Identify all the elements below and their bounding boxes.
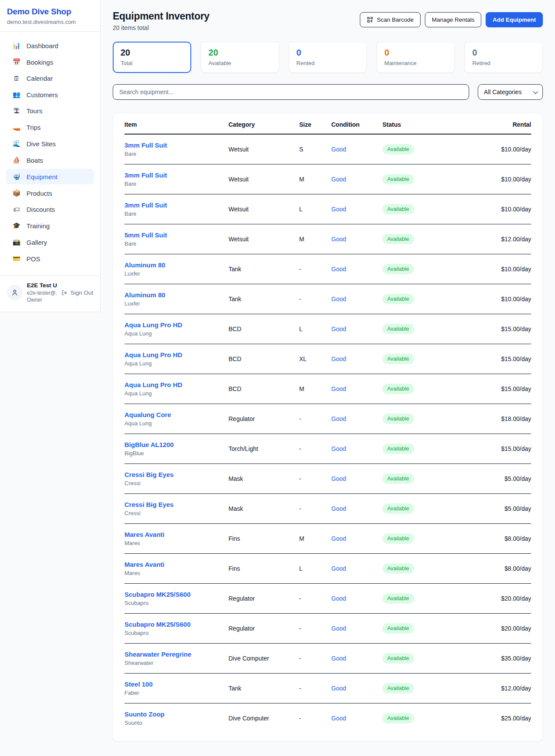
search-input[interactable] <box>113 84 469 100</box>
condition-link[interactable]: Good <box>331 475 346 482</box>
table-row: Shearwater Peregrine Shearwater Dive Com… <box>124 643 531 673</box>
condition-link[interactable]: Good <box>331 685 346 692</box>
condition-link[interactable]: Good <box>331 206 346 213</box>
stat-card-maintenance[interactable]: 0 Maintenance <box>376 42 455 73</box>
rental-price: $35.00/day <box>501 655 531 662</box>
item-name-link[interactable]: Shearwater Peregrine <box>124 651 229 658</box>
stat-card-available[interactable]: 20 Available <box>201 42 279 73</box>
sidebar-item-trips[interactable]: 🚤 Trips <box>6 119 94 135</box>
condition-link[interactable]: Good <box>331 505 346 512</box>
condition-link[interactable]: Good <box>331 715 346 722</box>
rental-price: $8.00/day <box>505 535 532 542</box>
item-name-link[interactable]: Scubapro MK25/S600 <box>124 621 229 628</box>
item-name-link[interactable]: 3mm Full Suit <box>124 201 229 209</box>
item-category: Tank <box>229 254 299 284</box>
item-name-link[interactable]: 3mm Full Suit <box>124 141 229 149</box>
stat-card-rented[interactable]: 0 Rented <box>289 42 367 73</box>
user-name: E2E Test U... <box>27 282 57 289</box>
sidebar-item-training[interactable]: 🎓 Training <box>6 218 94 233</box>
item-size: - <box>299 613 331 643</box>
sidebar-item-discounts[interactable]: 🏷 Discounts <box>6 202 94 217</box>
equipment-table: Item Category Size Condition Status Rent… <box>124 114 531 733</box>
sidebar-item-label: Tours <box>26 107 42 115</box>
stat-card-total[interactable]: 20 Total <box>113 42 191 73</box>
condition-link[interactable]: Good <box>331 535 346 542</box>
add-equipment-button[interactable]: Add Equipment <box>486 12 543 27</box>
sidebar-item-equipment[interactable]: 🤿 Equipment <box>6 169 94 184</box>
sidebar-item-label: Calendar <box>26 75 53 82</box>
sign-out-button[interactable]: Sign Out <box>61 289 93 296</box>
condition-link[interactable]: Good <box>331 655 346 662</box>
category-select-wrap: All Categories <box>478 84 543 100</box>
item-name-link[interactable]: Mares Avanti <box>124 561 229 568</box>
condition-link[interactable]: Good <box>331 565 346 572</box>
item-category: Tank <box>229 673 299 703</box>
item-name-link[interactable]: BigBlue AL1200 <box>124 441 229 448</box>
item-name-link[interactable]: Aluminum 80 <box>124 261 229 269</box>
item-name-link[interactable]: Scubapro MK25/S600 <box>124 591 229 598</box>
item-name-link[interactable]: Suunto Zoop <box>124 710 229 718</box>
col-header-category: Category <box>229 114 299 134</box>
item-name-link[interactable]: Steel 100 <box>124 680 229 688</box>
condition-link[interactable]: Good <box>331 236 346 243</box>
manage-rentals-button[interactable]: Manage Rentals <box>425 12 481 27</box>
condition-link[interactable]: Good <box>331 445 346 452</box>
stat-value: 0 <box>384 48 447 58</box>
status-badge: Available <box>382 444 414 454</box>
stat-card-retired[interactable]: 0 Retired <box>464 42 543 73</box>
item-name-link[interactable]: Aluminum 80 <box>124 291 229 299</box>
condition-link[interactable]: Good <box>331 355 346 362</box>
item-name-link[interactable]: Aqua Lung Pro HD <box>124 321 229 329</box>
rental-price: $10.00/day <box>501 206 531 213</box>
sidebar-item-boats[interactable]: ⛵ Boats <box>6 152 94 168</box>
table-row: Aqua Lung Pro HD Aqua Lung BCD XL Good A… <box>124 344 531 374</box>
category-select[interactable]: All Categories <box>478 84 543 100</box>
sidebar-item-dashboard[interactable]: 📊 Dashboard <box>6 38 94 53</box>
status-badge: Available <box>382 144 414 154</box>
sidebar-item-label: Gallery <box>26 239 47 246</box>
item-name-link[interactable]: Aqualung Core <box>124 411 229 418</box>
condition-link[interactable]: Good <box>331 266 346 273</box>
condition-link[interactable]: Good <box>331 296 346 302</box>
condition-link[interactable]: Good <box>331 595 346 602</box>
condition-link[interactable]: Good <box>331 325 346 332</box>
sidebar-item-calendar[interactable]: 🗓 Calendar <box>6 71 94 86</box>
item-name-link[interactable]: Aqua Lung Pro HD <box>124 381 229 388</box>
camera-icon: 📸 <box>12 238 21 246</box>
scan-barcode-button[interactable]: Scan Barcode <box>360 12 421 27</box>
item-category: Torch/Light <box>229 434 299 463</box>
package-icon: 📦 <box>12 189 21 197</box>
sidebar-item-bookings[interactable]: 📅 Bookings <box>6 54 94 70</box>
condition-link[interactable]: Good <box>331 415 346 422</box>
brand-name[interactable]: Demo Dive Shop <box>7 7 93 16</box>
person-icon <box>11 289 19 296</box>
item-name-link[interactable]: 3mm Full Suit <box>124 171 229 179</box>
item-name-link[interactable]: Mares Avanti <box>124 531 229 538</box>
sidebar-item-pos[interactable]: 💳 POS <box>6 251 94 266</box>
item-name-link[interactable]: Cressi Big Eyes <box>124 501 229 508</box>
rental-price: $15.00/day <box>501 355 531 362</box>
sidebar-item-customers[interactable]: 👥 Customers <box>6 87 94 102</box>
item-name-link[interactable]: 5mm Full Suit <box>124 231 229 239</box>
sidebar-item-tours[interactable]: 🏝 Tours <box>6 103 94 118</box>
item-brand: Luxfer <box>124 270 229 277</box>
condition-link[interactable]: Good <box>331 625 346 632</box>
item-name-link[interactable]: Aqua Lung Pro HD <box>124 351 229 358</box>
sidebar-item-gallery[interactable]: 📸 Gallery <box>6 234 94 250</box>
table-row: Suunto Zoop Suunto Dive Computer - Good … <box>124 703 531 733</box>
rental-price: $25.00/day <box>501 715 531 722</box>
item-brand: Aqua Lung <box>124 360 229 367</box>
condition-link[interactable]: Good <box>331 176 346 183</box>
status-badge: Available <box>382 264 414 274</box>
status-badge: Available <box>382 174 414 184</box>
item-brand: Bare <box>124 240 229 247</box>
item-category: Regulator <box>229 404 299 434</box>
sidebar-item-products[interactable]: 📦 Products <box>6 185 94 201</box>
grad-cap-icon: 🎓 <box>12 222 21 230</box>
item-brand: Cressi <box>124 480 229 486</box>
brand: Demo Dive Shop demo.test.divestreams.com <box>0 0 100 31</box>
item-name-link[interactable]: Cressi Big Eyes <box>124 471 229 478</box>
condition-link[interactable]: Good <box>331 385 346 392</box>
condition-link[interactable]: Good <box>331 146 346 153</box>
sidebar-item-dive-sites[interactable]: 🌊 Dive Sites <box>6 136 94 151</box>
